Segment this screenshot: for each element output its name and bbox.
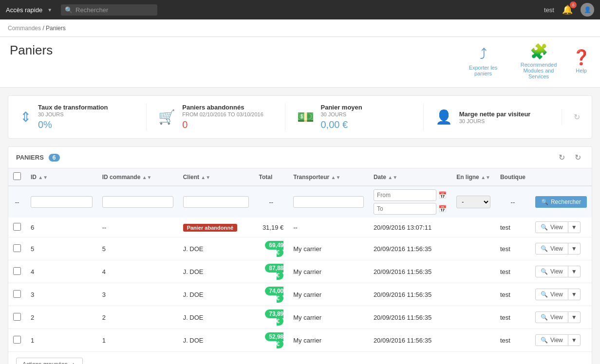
breadcrumb-parent[interactable]: Commandes (8, 25, 41, 32)
search-icon: 🔍 (65, 6, 73, 14)
filter-id-input[interactable] (31, 196, 93, 208)
row-checkbox-1[interactable] (13, 244, 21, 252)
refresh-icon[interactable]: ↻ (574, 112, 580, 122)
view-button[interactable]: 🔍 View (535, 243, 568, 255)
row-order-id: 2 (97, 306, 178, 329)
stat-abandoned-text: Paniers abandonnés FROM 02/10/2016 TO 03… (182, 104, 263, 130)
filter-orderid-input[interactable] (102, 196, 173, 208)
table-row: 6--Panier abandonné31,19 €--20/09/2016 1… (8, 218, 592, 237)
stat-avg-sublabel: 30 JOURS (321, 111, 362, 117)
total-badge: 69,49 € (265, 241, 283, 257)
stats-bar: ⇕ Taux de transformation 30 JOURS 0% 🛒 P… (8, 95, 592, 139)
view-dropdown-button[interactable]: ▼ (568, 311, 581, 323)
row-checkbox-cell (8, 283, 26, 306)
col-shop: Boutique (495, 168, 530, 186)
row-order-id: 4 (97, 260, 178, 283)
filter-carrier-input[interactable] (293, 196, 364, 208)
view-dropdown-button[interactable]: ▼ (568, 243, 581, 255)
row-carrier: My carrier (288, 237, 369, 260)
row-date: 20/09/2016 11:56:35 (369, 283, 451, 306)
row-checkbox-5[interactable] (13, 336, 21, 344)
col-actions (530, 168, 592, 186)
panel-sync-icon[interactable]: ↻ (572, 152, 584, 163)
view-label: View (550, 268, 563, 275)
sort-orderid-icon[interactable]: ▲▼ (142, 175, 152, 180)
grouped-actions-button[interactable]: Actions groupées ▲ (16, 358, 83, 364)
stat-margin: 👤 Marge nette par visiteur 30 JOURS (435, 109, 562, 125)
row-checkbox-2[interactable] (13, 267, 21, 275)
view-icon: 🔍 (541, 224, 548, 231)
search-button[interactable]: 🔍 Rechercher (535, 196, 587, 208)
filter-date-to-input[interactable] (374, 203, 436, 215)
filter-check-cell: -- (8, 186, 26, 218)
view-dropdown-button[interactable]: ▼ (568, 289, 581, 300)
quick-access-menu[interactable]: Accès rapide (6, 6, 42, 14)
filter-client-cell (178, 186, 254, 218)
row-checkbox-0[interactable] (13, 223, 21, 231)
table-row: 22J. DOE73,89 €My carrier20/09/2016 11:5… (8, 306, 592, 329)
sort-carrier-icon[interactable]: ▲▼ (331, 175, 341, 180)
stat-margin-text: Marge nette par visiteur 30 JOURS (459, 110, 531, 124)
filter-client-input[interactable] (183, 196, 249, 208)
notification-bell[interactable]: 🔔 6 (562, 4, 573, 15)
view-button[interactable]: 🔍 View (535, 311, 568, 323)
row-client: Panier abandonné (178, 218, 254, 237)
row-total: 73,89 € (254, 306, 288, 329)
panel-actions: ↻ ↻ (556, 152, 584, 163)
sort-date-icon[interactable]: ▲▼ (388, 175, 397, 180)
row-online (451, 218, 495, 237)
calendar-to-icon[interactable]: 📅 (438, 205, 447, 213)
view-dropdown-button[interactable]: ▼ (568, 221, 581, 233)
filter-search-cell: 🔍 Rechercher (530, 186, 592, 218)
total-badge: 52,98 € (265, 332, 283, 348)
sort-online-icon[interactable]: ▲▼ (481, 175, 490, 180)
view-dropdown-button[interactable]: ▼ (568, 266, 581, 277)
sort-client-icon[interactable]: ▲▼ (201, 175, 210, 180)
row-id: 1 (26, 329, 97, 352)
top-navigation: Accès rapide ▼ 🔍 test 🔔 6 👤 (0, 0, 600, 19)
col-checkbox (8, 168, 26, 186)
calendar-from-icon[interactable]: 📅 (438, 191, 447, 199)
row-actions: 🔍 View ▼ (530, 218, 592, 237)
transform-icon: ⇕ (20, 109, 31, 125)
row-order-id: 3 (97, 283, 178, 306)
dropdown-arrow-icon[interactable]: ▼ (47, 7, 52, 13)
filter-date-cell: 📅 📅 (369, 186, 451, 218)
filter-id-cell (26, 186, 97, 218)
view-button[interactable]: 🔍 View (535, 289, 568, 300)
row-client: J. DOE (178, 306, 254, 329)
avatar[interactable]: 👤 (581, 3, 594, 17)
help-button[interactable]: ❓ Help (572, 49, 590, 73)
view-label: View (550, 314, 563, 321)
select-all-checkbox[interactable] (13, 172, 21, 180)
col-total: Total (254, 168, 288, 186)
paniers-table-panel: PANIERS 6 ↻ ↻ ID ▲▼ ID commande ▲▼ (8, 146, 592, 364)
filter-online-select[interactable]: - (456, 196, 490, 208)
breadcrumb: Commandes / Paniers (8, 25, 66, 32)
row-total: 31,19 € (254, 218, 288, 237)
row-shop: test (495, 218, 530, 237)
panel-refresh-icon[interactable]: ↻ (556, 152, 568, 163)
sort-id-icon[interactable]: ▲▼ (38, 175, 48, 180)
avg-icon: 💵 (297, 109, 314, 125)
row-order-id: -- (97, 218, 178, 237)
row-checkbox-cell (8, 306, 26, 329)
table-row: 11J. DOE52,98 €My carrier20/09/2016 11:5… (8, 329, 592, 352)
view-dropdown-button[interactable]: ▼ (568, 334, 581, 346)
export-label: Exporter les paniers (461, 65, 505, 76)
view-button[interactable]: 🔍 View (535, 266, 568, 277)
view-button[interactable]: 🔍 View (535, 334, 568, 346)
row-id: 2 (26, 306, 97, 329)
row-checkbox-3[interactable] (13, 290, 21, 298)
row-checkbox-4[interactable] (13, 313, 21, 321)
status-badge: Panier abandonné (183, 224, 237, 232)
search-input[interactable] (75, 6, 153, 14)
filter-date-from-input[interactable] (374, 189, 436, 201)
row-client: J. DOE (178, 283, 254, 306)
modules-button[interactable]: 🧩 Recommended Modules and Services (517, 43, 561, 79)
view-icon: 🔍 (541, 337, 548, 344)
stat-avg-value: 0,00 € (321, 119, 362, 130)
export-button[interactable]: ⤴ Exporter les paniers (461, 46, 505, 76)
view-button[interactable]: 🔍 View (535, 221, 568, 233)
view-icon: 🔍 (541, 268, 548, 275)
